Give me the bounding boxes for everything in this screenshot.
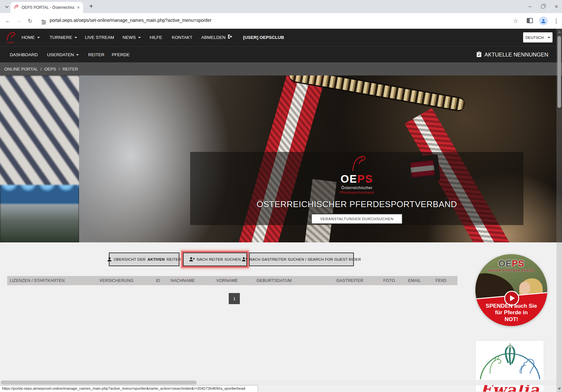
subnav-reiter[interactable]: REITER xyxy=(88,47,105,63)
col-feiid: FEIID xyxy=(436,276,446,285)
person-plus-icon xyxy=(189,257,195,262)
hero-banner: OEPS Österreichischer Pferdesportverband… xyxy=(0,75,562,242)
logo-subtitle-2: Pferdesportverband xyxy=(339,190,374,194)
col-gastreiter: GASTREITER xyxy=(336,276,363,285)
hero-overlay: OEPS Österreichischer Pferdesportverband… xyxy=(190,152,523,225)
url-field[interactable]: portal.oeps.at/oeps/set-online/manage_na… xyxy=(50,18,211,23)
breadcrumb-separator: / xyxy=(59,67,60,72)
search-rider-button[interactable]: NACH REITER SUCHEN xyxy=(183,253,247,266)
reload-icon[interactable]: ↻ xyxy=(26,17,34,25)
oeps-logo[interactable]: OEPS xyxy=(5,31,17,46)
breadcrumb-oeps[interactable]: OEPS xyxy=(44,67,56,72)
nav-kontakt[interactable]: KONTAKT xyxy=(172,29,192,46)
nav-hilfe[interactable]: HILFE xyxy=(150,29,162,46)
main-navbar: OEPS HOME TURNIERE LIVE STREAM NEWS HILF… xyxy=(0,29,562,46)
window-close-icon[interactable]: × xyxy=(554,3,558,10)
caret-down-icon xyxy=(37,37,40,38)
browser-tab[interactable]: OEPS PORTAL - Österreichischer × xyxy=(10,2,83,13)
restore-icon[interactable] xyxy=(541,5,545,8)
oeps-partner-donation-badge[interactable]: OEPS UNSER PARTNER PFERD SPENDEN auch Si… xyxy=(475,254,547,326)
site-info-icon[interactable] xyxy=(40,18,48,26)
breadcrumb: ONLINE PORTAL / OEPS / REITER xyxy=(0,62,562,75)
nav-news[interactable]: NEWS xyxy=(123,29,141,46)
scroll-down-arrow-icon[interactable] xyxy=(558,388,561,390)
col-id: ID xyxy=(156,276,160,285)
col-nachname: NACHNAME xyxy=(171,276,195,285)
caret-down-icon xyxy=(74,37,77,38)
nav-livestream[interactable]: LIVE STREAM xyxy=(85,29,114,46)
nav-abmelden[interactable]: ABMELDEN xyxy=(201,29,233,46)
badge-tagline: UNSER PARTNER PFERD xyxy=(475,269,547,272)
page-title: ÖSTERREICHISCHER PFERDESPORTVERBAND xyxy=(256,199,457,209)
bookmark-star-icon[interactable]: ☆ xyxy=(512,17,520,25)
tab-close-icon[interactable]: × xyxy=(77,5,80,10)
browser-window: OEPS PORTAL - Österreichischer × + – × ←… xyxy=(0,0,562,392)
language-select[interactable]: DEUTSCH xyxy=(523,32,553,42)
sub-navbar: DASHBOARD USERDATEN REITER PFERDE AKTUEL… xyxy=(0,46,562,62)
browser-toolbar: ← → ↻ portal.oeps.at/oeps/set-online/man… xyxy=(0,13,562,29)
side-panel-icon[interactable] xyxy=(527,18,533,23)
subnav-pferde[interactable]: PFERDE xyxy=(112,47,130,63)
back-icon[interactable]: ← xyxy=(4,17,12,25)
logo-subtitle-1: Österreichischer xyxy=(341,186,372,190)
browse-events-button[interactable]: VERANSTALTUNGEN DURCHSUCHEN xyxy=(311,214,403,224)
scroll-up-arrow-icon[interactable] xyxy=(558,31,561,33)
riders-table-header: LIZENZEN / STARTKARTEN VERSICHERUNG ID N… xyxy=(7,276,457,285)
nav-turniere[interactable]: TURNIERE xyxy=(50,29,77,46)
person-icon xyxy=(107,257,112,262)
horizontal-scrollbar[interactable] xyxy=(0,380,556,385)
pagination-page-1[interactable]: 1 xyxy=(229,293,240,304)
col-foto: FOTO xyxy=(383,276,395,285)
col-lizenzen: LIZENZEN / STARTKARTEN xyxy=(10,276,65,285)
status-bar-link-preview: https://portal.oeps.at/oeps/set-online/m… xyxy=(0,385,258,392)
breadcrumb-online-portal[interactable]: ONLINE PORTAL xyxy=(4,67,38,72)
minimize-icon[interactable]: – xyxy=(529,4,532,9)
col-email: EMAIL xyxy=(408,276,421,285)
tab-strip: OEPS PORTAL - Österreichischer × + – × xyxy=(0,0,562,13)
breadcrumb-reiter: REITER xyxy=(62,67,78,72)
caret-down-icon xyxy=(76,54,79,56)
clipboard-check-icon xyxy=(476,51,482,58)
nav-home[interactable]: HOME xyxy=(22,29,40,46)
overview-active-riders-button[interactable]: ÜBERSICHT DER AKTIVEN REITER xyxy=(109,253,179,266)
horizontal-scroll-thumb[interactable] xyxy=(1,381,197,384)
breadcrumb-separator: / xyxy=(41,67,42,72)
tab-search-chevron-icon[interactable] xyxy=(3,3,10,10)
oeps-horse-logo-icon xyxy=(342,155,372,173)
logged-in-user: [USER] OEPSCLUB xyxy=(243,29,284,46)
aktuelle-nennungen-link[interactable]: AKTUELLE NENNUNGEN xyxy=(476,47,548,63)
caret-down-icon xyxy=(138,37,141,38)
badge-brand-text: OEPS xyxy=(475,259,547,268)
favicon-horse-icon xyxy=(14,4,19,11)
oeps-logo-text: OEPS xyxy=(340,173,373,184)
hero-left-photo xyxy=(0,75,79,242)
subnav-dashboard[interactable]: DASHBOARD xyxy=(10,47,38,63)
ewalia-emblem-icon xyxy=(476,341,544,380)
profile-avatar[interactable] xyxy=(539,17,548,25)
col-versicherung: VERSICHERUNG xyxy=(99,276,134,285)
vertical-scrollbar[interactable] xyxy=(556,29,562,392)
svg-text:OEPS: OEPS xyxy=(7,41,14,44)
window-controls: – × xyxy=(529,0,558,13)
person-plus-icon xyxy=(242,257,247,262)
new-tab-button[interactable]: + xyxy=(87,2,95,10)
search-guest-rider-button[interactable]: NACH GASTREITER SUCHEN / SEARCH FOR GUES… xyxy=(249,253,354,266)
hero-horse-photo: OEPS Österreichischer Pferdesportverband… xyxy=(79,75,562,242)
caret-down-icon xyxy=(548,37,550,38)
vertical-scroll-thumb[interactable] xyxy=(557,36,561,108)
col-geburtsdatum: GEBURTSDATUM xyxy=(256,276,292,285)
logout-icon xyxy=(228,29,233,46)
col-vorname: VORNAME xyxy=(216,276,238,285)
donation-call-text: SPENDEN auch Sie für Pferde in NOT! xyxy=(475,303,547,323)
forward-icon[interactable]: → xyxy=(15,17,23,25)
subnav-userdaten[interactable]: USERDATEN xyxy=(47,47,79,63)
tab-title: OEPS PORTAL - Österreichischer xyxy=(22,5,74,10)
menu-kebab-icon[interactable]: ⋮ xyxy=(552,17,560,25)
